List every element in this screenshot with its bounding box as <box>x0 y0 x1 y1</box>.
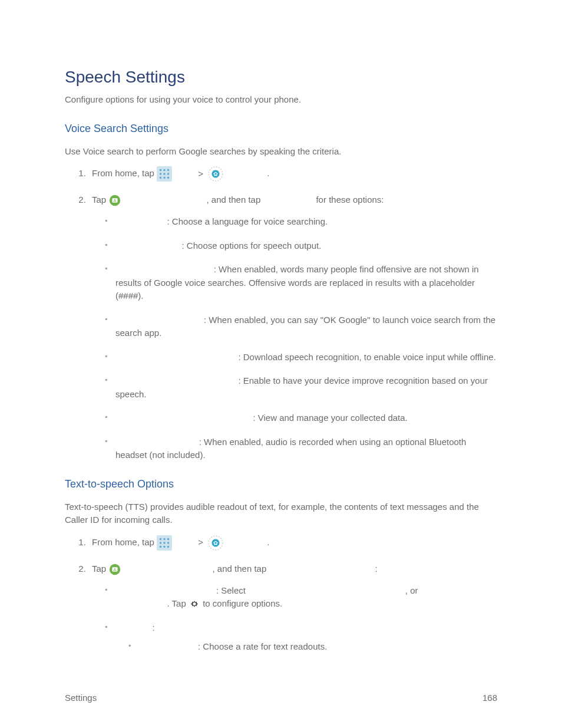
option-speech-output: : Choose options for speech output. <box>105 239 497 253</box>
language-input-icon <box>108 563 121 576</box>
voice-search-options: : Choose a language for voice searching.… <box>92 215 497 462</box>
voice-search-intro: Use Voice search to perform Google searc… <box>65 145 497 159</box>
option-text: to configure options. <box>203 598 282 608</box>
tts-heading: Text-to-speech Options <box>65 476 497 492</box>
option-gap <box>115 622 153 633</box>
path-separator: > <box>198 169 206 179</box>
step-text: Tap <box>92 564 108 574</box>
option-hotword-detection: : When enabled, you can say "OK Google" … <box>105 314 497 340</box>
option-offensive-words: : When enabled, words many people find o… <box>105 263 497 303</box>
option-text: . Tap <box>167 598 189 608</box>
voice-search-step-2: Tap , and then tap for these options: : … <box>88 193 497 462</box>
tts-step-2: Tap , and then tap : : Select , or <box>88 562 497 654</box>
suboption-speech-rate: : Choose a rate for text readouts. <box>128 640 497 654</box>
step-text: Tap <box>92 195 108 205</box>
option-gap <box>115 352 238 362</box>
option-text: : Choose a language for voice searching. <box>167 216 328 226</box>
step-suffix: . <box>267 168 269 178</box>
tts-options: : Select , or . Tap to configure options… <box>92 584 497 654</box>
page-footer: Settings 168 <box>65 691 497 705</box>
option-gap <box>115 413 253 423</box>
option-personalized-recognition: : Enable to have your device improve rec… <box>105 374 497 401</box>
page-title: Speech Settings <box>65 65 497 90</box>
step-mid: , and then tap <box>207 195 263 205</box>
language-input-icon <box>108 194 121 207</box>
step-suffix: : <box>375 564 377 574</box>
step-text: From home, tap <box>92 168 157 178</box>
settings-icon <box>208 166 223 182</box>
option-preferred-engine: : Select , or . Tap to configure options… <box>105 584 497 611</box>
step-text: From home, tap <box>92 537 157 547</box>
footer-page-number: 168 <box>482 691 497 705</box>
option-offline-recognition: : Download speech recognition, to enable… <box>105 351 497 364</box>
option-gap <box>115 375 238 386</box>
option-gap <box>115 598 167 608</box>
tts-step-1: From home, tap > . <box>88 535 497 551</box>
option-text: : Choose options for speech output. <box>182 241 322 251</box>
option-gap <box>115 216 167 226</box>
step-suffix: for these options: <box>316 195 384 205</box>
tts-steps: From home, tap > . Tap , and then tap : … <box>79 535 497 654</box>
option-gap <box>115 437 199 447</box>
step-suffix: . <box>267 537 269 547</box>
option-text: : <box>153 622 155 633</box>
option-text: , or <box>405 585 418 595</box>
option-account-dashboard: : View and manage your collected data. <box>105 411 497 425</box>
option-gap <box>115 241 182 251</box>
voice-search-step-1: From home, tap > . <box>88 166 497 182</box>
option-gap <box>248 585 405 595</box>
option-gap <box>115 585 216 595</box>
option-gap <box>115 264 214 274</box>
footer-section-name: Settings <box>65 691 97 705</box>
apps-icon <box>157 166 172 182</box>
path-separator: > <box>198 537 206 547</box>
option-text: : Download speech recognition, to enable… <box>238 352 496 362</box>
step-mid: , and then tap <box>213 564 269 574</box>
option-bluetooth-headset: : When enabled, audio is recorded when u… <box>105 436 497 462</box>
settings-icon <box>208 535 223 551</box>
option-gap <box>115 315 204 325</box>
option-language: : Choose a language for voice searching. <box>105 215 497 229</box>
option-general: : : Choose a rate for text readouts. <box>105 621 497 654</box>
page-subtitle: Configure options for using your voice t… <box>65 93 497 107</box>
option-gap <box>139 641 198 651</box>
apps-icon <box>157 535 172 551</box>
document-page: Speech Settings Configure options for us… <box>0 0 562 728</box>
tts-general-suboptions: : Choose a rate for text readouts. <box>115 640 497 654</box>
voice-search-steps: From home, tap > . Tap , and then tap fo… <box>79 166 497 462</box>
voice-search-heading: Voice Search Settings <box>65 121 497 137</box>
gear-icon <box>189 598 200 610</box>
option-text: : Select <box>216 585 248 595</box>
tts-intro: Text-to-speech (TTS) provides audible re… <box>65 500 497 527</box>
option-text: : Choose a rate for text readouts. <box>198 641 327 651</box>
option-text: : View and manage your collected data. <box>253 413 407 423</box>
